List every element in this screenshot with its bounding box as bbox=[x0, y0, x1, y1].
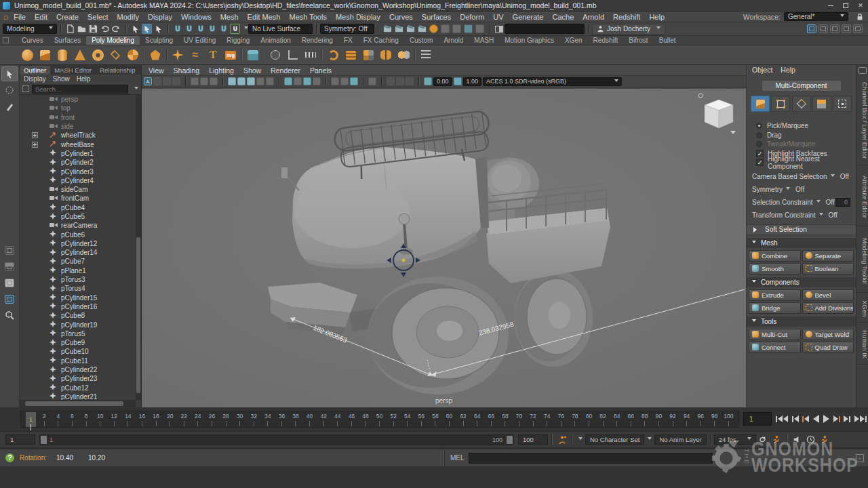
timeline-ruler[interactable]: 1 24681012141618202224262830323436384042… bbox=[20, 411, 739, 428]
outliner-item[interactable]: pCube5 bbox=[20, 212, 136, 221]
render-icon[interactable] bbox=[382, 24, 393, 34]
radio-pick-marquee[interactable]: Pick/Marquee bbox=[747, 121, 856, 131]
animation-end-field[interactable]: 100 bbox=[518, 434, 548, 445]
bookmark-icon[interactable] bbox=[172, 77, 180, 85]
menu-item[interactable]: Help bbox=[649, 13, 665, 21]
outliner-item[interactable]: front bbox=[20, 113, 136, 122]
filter-icon[interactable] bbox=[22, 85, 29, 92]
outliner-item[interactable]: pCube7 bbox=[20, 257, 136, 266]
shelf-tab[interactable]: MASH bbox=[469, 36, 499, 45]
menu-item[interactable]: Modify bbox=[117, 13, 139, 21]
toolkit-menu-item[interactable]: Object bbox=[752, 66, 772, 74]
make-live-icon[interactable] bbox=[230, 24, 240, 34]
menu-item[interactable]: Select bbox=[87, 13, 108, 21]
section-header-components[interactable]: Components bbox=[747, 277, 856, 287]
menu-item[interactable]: Redshift bbox=[613, 13, 640, 21]
auto-key-icon[interactable] bbox=[770, 435, 783, 444]
menu-item[interactable]: Edit bbox=[35, 13, 47, 21]
toolkit-button-smooth[interactable]: Smooth bbox=[749, 263, 801, 274]
grease-pencil-icon[interactable] bbox=[368, 77, 376, 85]
shelf-tab[interactable]: FX bbox=[338, 36, 358, 45]
command-line-input[interactable] bbox=[469, 453, 713, 464]
menu-item[interactable]: Mesh Tools bbox=[290, 13, 327, 21]
outliner-item[interactable]: persp bbox=[20, 95, 136, 104]
expand-icon[interactable] bbox=[32, 132, 38, 138]
snap-point-icon[interactable] bbox=[195, 24, 205, 34]
outliner-item[interactable]: wheelBase bbox=[20, 140, 136, 148]
viewport-menu-item[interactable]: View bbox=[149, 66, 164, 75]
menu-item[interactable]: Cache bbox=[552, 13, 574, 21]
radio-tweak-marquee[interactable]: Tweak/Marquee bbox=[747, 140, 856, 149]
exposure-field[interactable]: 0.00 bbox=[433, 77, 452, 86]
loop-mode-icon[interactable] bbox=[756, 435, 770, 444]
outliner-menu-item[interactable]: Help bbox=[77, 75, 91, 83]
toolkit-button-add-divisions[interactable]: Add Divisions bbox=[802, 302, 854, 314]
tab-xgen[interactable]: XGen bbox=[856, 296, 868, 323]
ipr-render-icon[interactable] bbox=[394, 24, 404, 34]
outliner-item[interactable]: pCylinder4 bbox=[20, 176, 136, 185]
playback-speed-icon[interactable] bbox=[804, 435, 818, 444]
go-to-start-button[interactable] bbox=[776, 414, 788, 424]
play-backwards-button[interactable] bbox=[813, 414, 819, 424]
depth-of-field-icon[interactable] bbox=[313, 77, 321, 85]
setting-symmetry[interactable]: SymmetryOff bbox=[747, 183, 856, 196]
outliner-item[interactable]: frontCam bbox=[20, 194, 136, 203]
motion-blur-icon[interactable] bbox=[294, 77, 302, 85]
tab-modeling-toolkit[interactable]: Modeling Toolkit bbox=[856, 229, 868, 293]
range-start-handle[interactable] bbox=[41, 436, 47, 444]
toolkit-button-boolean[interactable]: Boolean bbox=[802, 263, 854, 274]
shelf-cube-icon[interactable] bbox=[38, 48, 52, 62]
layout-four-pane-button[interactable] bbox=[1, 259, 18, 274]
shadows-icon[interactable] bbox=[266, 77, 274, 85]
shelf-origin-icon[interactable] bbox=[304, 48, 317, 62]
shelf-tab[interactable]: Custom bbox=[404, 36, 438, 45]
toolkit-button-quad-draw[interactable]: Quad Draw bbox=[802, 342, 854, 353]
xray-joints-icon[interactable] bbox=[350, 77, 358, 85]
outliner-vertical-scrollbar[interactable] bbox=[136, 95, 141, 400]
toolkit-button-multi-cut[interactable]: Multi-Cut bbox=[749, 329, 801, 340]
safe-action-icon[interactable] bbox=[406, 77, 414, 85]
no-texture-icon[interactable] bbox=[440, 24, 450, 34]
toolkit-button-bridge[interactable]: Bridge bbox=[749, 302, 801, 314]
toolkit-button-extrude[interactable]: Extrude bbox=[749, 289, 801, 301]
shelf-stack-icon[interactable] bbox=[344, 48, 357, 62]
menu-item[interactable]: Create bbox=[56, 13, 79, 21]
play-forwards-button[interactable] bbox=[823, 414, 829, 424]
dual-view-icon[interactable] bbox=[494, 24, 504, 34]
menu-item[interactable]: Deform bbox=[460, 13, 484, 21]
open-scene-icon[interactable] bbox=[77, 24, 87, 34]
range-slider[interactable]: 1 100 bbox=[39, 434, 514, 445]
shelf-svg-icon[interactable]: svg bbox=[224, 48, 237, 62]
setting-selection-constraint[interactable]: Selection ConstraintOff0 bbox=[747, 196, 856, 209]
hypershade-icon[interactable] bbox=[463, 24, 473, 34]
outliner-item[interactable]: pCylinder19 bbox=[20, 320, 136, 329]
outliner-menu-item[interactable]: Show bbox=[53, 75, 70, 83]
shelf-tab[interactable]: Motion Graphics bbox=[499, 36, 559, 45]
menu-item[interactable]: Windows bbox=[181, 13, 212, 21]
snap-grid-icon[interactable] bbox=[172, 24, 182, 34]
edge-mode-button[interactable] bbox=[792, 96, 811, 112]
menu-item[interactable]: Arnold bbox=[583, 13, 604, 21]
lock-camera-icon[interactable] bbox=[153, 77, 161, 85]
shelf-double-cylinder-icon[interactable] bbox=[379, 48, 393, 62]
outliner-item[interactable]: pCube8 bbox=[20, 311, 136, 320]
menu-item[interactable]: Surfaces bbox=[422, 13, 451, 21]
outliner-item[interactable]: pCylinder15 bbox=[20, 293, 136, 302]
shelf-supershape-icon[interactable] bbox=[246, 48, 260, 62]
menu-item[interactable]: File bbox=[14, 13, 26, 21]
shelf-plane-icon[interactable] bbox=[108, 48, 122, 62]
sidebar-attribute-editor-toggle[interactable] bbox=[830, 24, 840, 33]
step-back-key-button[interactable] bbox=[802, 414, 809, 424]
select-hierarchy-icon[interactable] bbox=[130, 24, 140, 34]
oversca-icon[interactable] bbox=[210, 77, 218, 85]
outliner-tab[interactable]: MASH Editor bbox=[50, 66, 96, 75]
undo-icon[interactable] bbox=[100, 24, 110, 34]
shelf-menu-icon[interactable] bbox=[3, 37, 9, 43]
radio-drag[interactable]: Drag bbox=[747, 131, 856, 140]
animation-start-field[interactable]: 1 bbox=[5, 434, 35, 445]
shelf-text-icon[interactable]: T bbox=[206, 48, 220, 62]
outliner-item[interactable]: pTorus3 bbox=[20, 275, 136, 284]
outliner-menu-item[interactable]: Display bbox=[24, 75, 46, 83]
gamma-icon[interactable] bbox=[454, 77, 462, 85]
symmetry-field[interactable]: Symmetry: Off bbox=[320, 24, 374, 34]
